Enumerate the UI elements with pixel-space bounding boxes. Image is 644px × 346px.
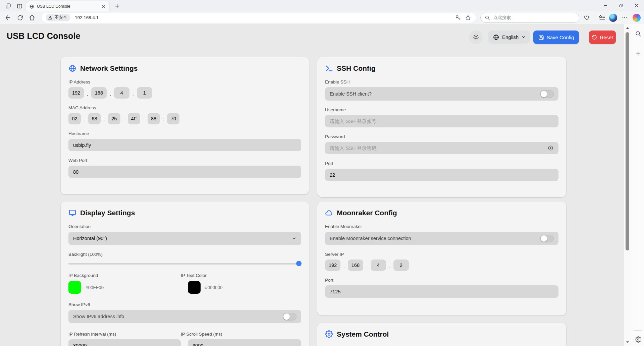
tab-close-icon[interactable] [100, 3, 106, 9]
ip-octet-input[interactable]: 168 [91, 87, 107, 99]
mac-separator: : [143, 116, 145, 121]
favorites-list-icon[interactable] [598, 14, 606, 22]
sidebar-add-icon[interactable] [634, 50, 642, 58]
window-restore-button[interactable] [613, 0, 629, 11]
show-ipv6-toggle[interactable] [283, 313, 297, 321]
ssh-port-input[interactable] [325, 169, 558, 181]
enable-ssh-toggle[interactable] [540, 90, 554, 98]
refresh-interval-input[interactable] [68, 339, 181, 346]
mac-byte-input[interactable]: 88 [148, 113, 160, 124]
browser-tab[interactable]: USB LCD Console [26, 1, 109, 11]
tab-title: USB LCD Console [37, 4, 100, 9]
ip-background-swatch[interactable] [68, 281, 81, 294]
tab-actions-icon[interactable] [15, 2, 24, 10]
ip-separator: . [389, 262, 390, 271]
home-icon[interactable] [28, 13, 37, 22]
card-title: Display Settings [80, 209, 135, 217]
mac-byte-input[interactable]: 70 [167, 113, 179, 124]
browser-toolbar: 不安全 192.168.4.1 点此搜索 [0, 11, 644, 24]
security-label: 不安全 [55, 15, 67, 20]
ip-octet-input[interactable]: 4 [114, 87, 129, 99]
url-text: 192.168.4.1 [75, 15, 99, 20]
moonraker-config-card: Moonraker Config Enable Moonraker Enable… [317, 201, 566, 315]
password-key-icon[interactable] [454, 14, 462, 21]
ip-octet-input[interactable]: 1 [137, 87, 152, 99]
security-badge[interactable]: 不安全 [46, 14, 71, 21]
save-icon [538, 35, 544, 40]
mac-byte-input[interactable]: 02 [68, 113, 81, 124]
mac-byte-input[interactable]: 4F [128, 113, 140, 124]
mac-byte-input[interactable]: 25 [108, 113, 120, 124]
scroll-speed-input[interactable] [188, 339, 301, 346]
ip-text-color-hex: #000000 [205, 285, 223, 290]
ip-octet-input[interactable]: 192 [68, 87, 84, 99]
system-control-card: System Control [317, 323, 566, 346]
more-menu-icon[interactable] [621, 14, 629, 22]
window-close-button[interactable] [629, 0, 644, 11]
slider-knob[interactable] [296, 261, 302, 266]
ssh-password-input[interactable] [325, 142, 558, 154]
scroll-up-icon[interactable] [624, 25, 631, 31]
network-globe-icon [68, 64, 76, 72]
enable-moonraker-toggle[interactable] [540, 235, 554, 242]
back-icon[interactable] [3, 13, 13, 22]
tab-strip: USB LCD Console [0, 0, 644, 11]
server-ip-inputs: 192 . 168 . 4 . 2 [325, 260, 558, 271]
ip-octet-input[interactable]: 192 [325, 260, 340, 271]
sidebar-settings-gear-icon[interactable] [634, 335, 642, 343]
web-port-input[interactable] [68, 166, 301, 178]
enable-moonraker-row: Enable Moonraker service connection [325, 232, 558, 245]
show-ipv6-row: Show IPv6 address info [68, 310, 301, 323]
enable-ssh-row: Enable SSH client? [325, 87, 558, 101]
ip-background-label: IP Background [68, 273, 181, 278]
sidebar-search-icon[interactable] [634, 30, 642, 38]
browser-essentials-icon[interactable] [583, 14, 591, 22]
page-scrollbar[interactable] [624, 24, 631, 346]
toolbar-divider [594, 15, 594, 21]
window-minimize-button[interactable] [598, 0, 613, 11]
reset-label: Reset [600, 35, 613, 40]
profile-avatar[interactable] [609, 14, 617, 22]
reset-icon [592, 35, 597, 40]
scrollbar-thumb[interactable] [626, 32, 629, 250]
save-config-button[interactable]: Save Config [533, 31, 579, 44]
ip-text-color-swatch[interactable] [188, 281, 201, 294]
copilot-icon[interactable] [633, 14, 641, 22]
refresh-icon[interactable] [15, 13, 25, 22]
theme-toggle-button[interactable] [469, 30, 483, 44]
moonraker-port-input[interactable] [325, 285, 558, 298]
browser-window: USB LCD Console [0, 0, 644, 346]
card-title: SSH Config [337, 64, 376, 72]
mac-separator: : [104, 116, 105, 121]
search-placeholder: 点此搜索 [493, 15, 511, 21]
backlight-slider[interactable] [68, 261, 301, 266]
card-title: Network Settings [80, 64, 138, 72]
language-selector[interactable]: English [488, 31, 530, 44]
slider-track [68, 263, 301, 265]
search-box[interactable]: 点此搜索 [480, 13, 580, 23]
terminal-icon [325, 64, 333, 72]
hostname-input[interactable] [68, 139, 301, 151]
orientation-select[interactable]: Horizontal (90°) [68, 232, 301, 245]
mac-address-inputs: 02 : 68 : 25 : 4F : 88 : 70 [68, 113, 301, 124]
favorite-star-icon[interactable] [465, 14, 472, 21]
sidebar-divider [634, 42, 642, 42]
workspaces-icon[interactable] [4, 2, 12, 10]
edge-sidebar [631, 24, 644, 346]
ip-octet-input[interactable]: 2 [393, 260, 409, 271]
ssh-username-input[interactable] [325, 115, 558, 127]
address-bar[interactable]: 不安全 192.168.4.1 [42, 13, 476, 23]
reset-button[interactable]: Reset [589, 31, 616, 44]
enable-ssh-label: Enable SSH [325, 79, 558, 85]
eye-icon[interactable] [547, 145, 554, 152]
ip-octet-input[interactable]: 4 [371, 260, 386, 271]
scroll-down-icon[interactable] [624, 339, 631, 345]
ip-separator: . [366, 262, 368, 271]
ssh-config-card: SSH Config Enable SSH Enable SSH client?… [317, 57, 566, 197]
hostname-label: Hostname [68, 131, 301, 136]
ip-octet-input[interactable]: 168 [348, 260, 363, 271]
server-ip-label: Server IP [325, 251, 558, 257]
page-title: USB LCD Console [7, 31, 80, 41]
mac-byte-input[interactable]: 68 [88, 113, 101, 124]
new-tab-button[interactable] [113, 2, 121, 10]
